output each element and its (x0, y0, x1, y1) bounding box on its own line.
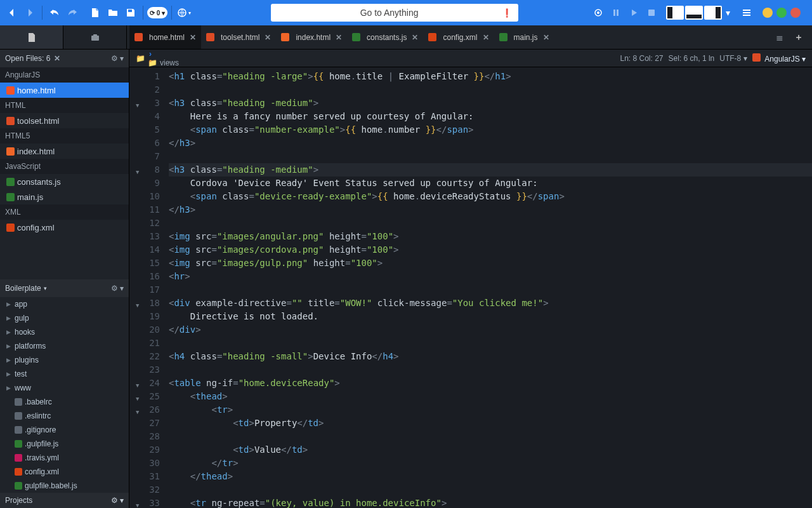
code-line[interactable] (169, 283, 812, 297)
code-line[interactable] (169, 83, 812, 97)
browser-preview-button[interactable]: ▾ (176, 4, 192, 21)
pause-macro-button[interactable] (608, 4, 624, 21)
line-number[interactable]: 27 (129, 417, 160, 430)
line-number[interactable]: ▼3 (129, 97, 160, 110)
close-tab-button[interactable]: ✕ (412, 33, 418, 42)
tree-folder[interactable]: ▶app (0, 297, 129, 311)
line-number[interactable]: ▼25 (129, 390, 160, 403)
menu-button[interactable] (738, 4, 755, 21)
line-number[interactable]: ▼33 (129, 497, 160, 508)
line-number[interactable]: 12 (129, 217, 160, 230)
toggle-left-pane-button[interactable] (666, 6, 684, 20)
close-tab-button[interactable]: ✕ (483, 33, 489, 42)
line-number[interactable]: 22 (129, 350, 160, 363)
code-line[interactable]: <h3 class="heading -medium"> (169, 163, 812, 177)
line-number[interactable]: 11 (129, 203, 160, 217)
tree-file[interactable]: .babelrc (0, 395, 129, 409)
files-activity-tab[interactable] (0, 25, 63, 49)
code-line[interactable] (169, 363, 812, 377)
code-line[interactable]: </thead> (169, 470, 812, 483)
redo-button[interactable] (64, 4, 81, 21)
play-macro-button[interactable] (625, 4, 642, 21)
panes-dropdown[interactable]: ▾ (723, 4, 732, 21)
line-number[interactable]: 29 (129, 443, 160, 457)
code-line[interactable]: <table ng-if="home.deviceReady"> (169, 377, 812, 390)
file-tab[interactable]: home.html✕ (129, 25, 201, 49)
line-number[interactable]: 28 (129, 430, 160, 443)
code-line[interactable]: </div> (169, 323, 812, 337)
open-file-item[interactable]: home.html (0, 83, 129, 98)
forward-button[interactable] (22, 4, 38, 21)
code-line[interactable] (169, 483, 812, 497)
line-number[interactable]: 7 (129, 150, 160, 163)
file-tab[interactable]: main.js✕ (494, 25, 554, 49)
open-files-settings-button[interactable]: ⚙ ▾ (111, 54, 124, 63)
project-settings-button[interactable]: ⚙ ▾ (111, 284, 124, 293)
close-tab-button[interactable]: ✕ (336, 33, 342, 42)
code-line[interactable]: <tr> (169, 403, 812, 417)
open-file-item[interactable]: toolset.html (0, 113, 129, 128)
projects-settings-button[interactable]: ⚙ ▾ (111, 496, 124, 505)
code-line[interactable]: <span class="number-example">{{ home.num… (169, 123, 812, 137)
line-number[interactable]: 4 (129, 110, 160, 123)
code-line[interactable]: <img src="images/angular.png" height="10… (169, 230, 812, 243)
code-line[interactable]: <span class="device-ready-example">{{ ho… (169, 190, 812, 203)
code-line[interactable]: </tr> (169, 457, 812, 470)
line-number[interactable]: ▼26 (129, 403, 160, 417)
line-number[interactable]: 20 (129, 323, 160, 337)
code-line[interactable] (169, 337, 812, 350)
tree-file[interactable]: .gitignore (0, 423, 129, 437)
tree-folder[interactable]: ▶test (0, 367, 129, 381)
line-number[interactable]: 5 (129, 123, 160, 137)
new-tab-button[interactable]: ＋ (790, 29, 807, 46)
tree-folder[interactable]: ▶www (0, 381, 129, 395)
undo-button[interactable] (46, 4, 63, 21)
line-number[interactable]: 14 (129, 243, 160, 257)
toggle-bottom-pane-button[interactable] (685, 6, 703, 20)
search-input[interactable]: Go to Anything ❗ (271, 4, 518, 22)
cursor-position-status[interactable]: Ln: 8 Col: 27 (620, 54, 664, 63)
tree-file[interactable]: config.xml (0, 465, 129, 479)
open-file-button[interactable] (105, 4, 121, 21)
code-editor[interactable]: 12▼34567▼891011121314151617▼181920212223… (129, 67, 812, 508)
line-number[interactable]: 15 (129, 257, 160, 270)
code-line[interactable]: Directive is not loaded. (169, 310, 812, 323)
projects-footer[interactable]: Projects ⚙ ▾ (0, 493, 129, 508)
tree-file[interactable]: .eslintrc (0, 409, 129, 423)
code-line[interactable]: <h4 class="heading -small">Device Info</… (169, 350, 812, 363)
line-number[interactable]: 17 (129, 283, 160, 297)
open-file-item[interactable]: constants.js (0, 174, 129, 189)
code-line[interactable] (169, 430, 812, 443)
line-number[interactable]: 16 (129, 270, 160, 283)
tree-file[interactable]: .travis.yml (0, 451, 129, 465)
save-macro-button[interactable] (643, 4, 660, 21)
code-line[interactable]: <td>Property</td> (169, 417, 812, 430)
code-line[interactable]: </h3> (169, 137, 812, 150)
project-header[interactable]: Boilerplate ▾ ⚙ ▾ (0, 279, 129, 297)
code-line[interactable]: <td>Value</td> (169, 443, 812, 457)
line-number[interactable]: 21 (129, 337, 160, 350)
language-status[interactable]: AngularJS ▾ (752, 53, 806, 64)
file-tab[interactable]: index.html✕ (276, 25, 347, 49)
window-maximize-button[interactable] (776, 8, 787, 18)
toolbox-activity-tab[interactable] (63, 25, 127, 49)
code-line[interactable]: <h1 class="heading -large">{{ home.title… (169, 70, 812, 83)
selection-status[interactable]: Sel: 6 ch, 1 ln (669, 54, 715, 63)
code-line[interactable]: <hr> (169, 270, 812, 283)
breadcrumb-item[interactable]: 📁views (148, 58, 197, 67)
tree-file[interactable]: .gulpfile.js (0, 437, 129, 451)
line-number[interactable]: 9 (129, 177, 160, 190)
close-open-files-button[interactable]: ✕ (54, 54, 60, 63)
tree-file[interactable]: gulpfile.babel.js (0, 479, 129, 493)
line-number[interactable]: 23 (129, 363, 160, 377)
code-line[interactable]: <img src="images/gulp.png" height="100"> (169, 257, 812, 270)
code-line[interactable]: <h3 class="heading -medium"> (169, 97, 812, 110)
code-line[interactable]: <div example-directive="" title="WOW!" c… (169, 297, 812, 310)
open-file-item[interactable]: main.js (0, 189, 129, 204)
open-file-item[interactable]: index.html (0, 144, 129, 159)
line-number[interactable]: ▼24 (129, 377, 160, 390)
line-number[interactable]: 19 (129, 310, 160, 323)
tree-folder[interactable]: ▶plugins (0, 353, 129, 367)
line-number[interactable]: 10 (129, 190, 160, 203)
record-macro-button[interactable] (590, 4, 606, 21)
